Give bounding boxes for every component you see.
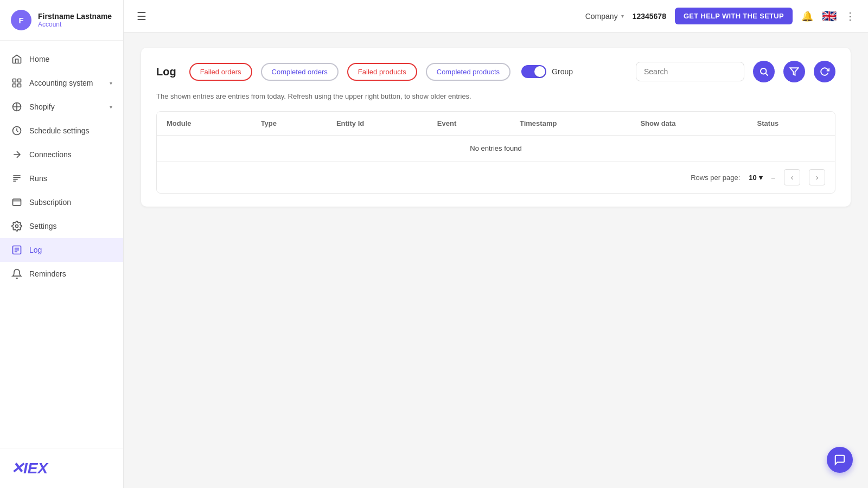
svg-rect-10: [13, 199, 21, 206]
table-body: No entries found: [157, 136, 835, 162]
search-button[interactable]: [753, 61, 775, 82]
hamburger-icon[interactable]: ☰: [137, 10, 146, 23]
info-message: The shown entries are entries from today…: [156, 92, 835, 100]
rows-chevron-icon: ▾: [759, 174, 763, 182]
main-content: ☰ Company ▾ 12345678 GET HELP WITH THE S…: [124, 0, 868, 488]
chevron-down-icon: ▾: [110, 80, 112, 86]
home-icon: [11, 53, 23, 65]
group-toggle-track[interactable]: [521, 65, 546, 78]
log-header: Log Failed orders Completed orders Faile…: [156, 61, 835, 82]
log-card: Log Failed orders Completed orders Faile…: [141, 48, 851, 207]
company-selector[interactable]: Company ▾: [585, 12, 624, 21]
prev-page-button[interactable]: ‹: [784, 169, 800, 185]
failed-orders-filter-button[interactable]: Failed orders: [189, 63, 252, 81]
no-entries-text: No entries found: [157, 136, 835, 162]
sidebar-item-reminders[interactable]: Reminders: [0, 262, 123, 286]
sidebar-item-shopify-label: Shopify: [29, 102, 103, 111]
chat-support-button[interactable]: [827, 447, 853, 473]
svg-rect-0: [13, 79, 16, 82]
sidebar: F Firstname Lastname Account Home Accoun…: [0, 0, 124, 488]
sidebar-item-accounting-label: Accounting system: [29, 79, 103, 87]
log-table: Module Type Entity Id Event Timestamp Sh…: [157, 112, 835, 161]
connections-icon: [11, 149, 23, 160]
content-area: Log Failed orders Completed orders Faile…: [124, 33, 868, 488]
sidebar-item-subscription[interactable]: Subscription: [0, 190, 123, 214]
completed-products-filter-button[interactable]: Completed products: [426, 63, 510, 81]
sidebar-item-shopify[interactable]: Shopify ▾: [0, 95, 123, 119]
sidebar-item-log[interactable]: Log: [0, 238, 123, 262]
svg-point-11: [16, 225, 18, 228]
user-name: Firstname Lastname: [38, 12, 112, 21]
sidebar-header: F Firstname Lastname Account: [0, 0, 123, 41]
next-page-button[interactable]: ›: [809, 169, 825, 185]
company-label: Company: [585, 12, 618, 21]
sidebar-item-settings[interactable]: Settings: [0, 214, 123, 238]
rows-value: 10: [749, 174, 756, 182]
col-timestamp: Timestamp: [510, 112, 630, 136]
log-icon: [11, 244, 23, 256]
col-type: Type: [251, 112, 327, 136]
sidebar-item-log-label: Log: [29, 246, 112, 254]
rows-per-page-select[interactable]: 10 ▾: [749, 174, 762, 182]
company-id: 12345678: [633, 12, 666, 21]
get-help-button[interactable]: GET HELP WITH THE SETUP: [675, 8, 793, 24]
col-status: Status: [748, 112, 835, 136]
settings-icon: [11, 220, 23, 232]
no-entries-row: No entries found: [157, 136, 835, 162]
shopify-icon: [11, 101, 23, 113]
account-link[interactable]: Account: [38, 21, 112, 28]
col-entity-id: Entity Id: [327, 112, 427, 136]
pagination: Rows per page: 10 ▾ – ‹ ›: [157, 161, 835, 193]
subscription-icon: [11, 196, 23, 208]
svg-marker-18: [790, 68, 799, 75]
completed-orders-filter-button[interactable]: Completed orders: [261, 63, 339, 81]
svg-line-17: [765, 73, 768, 75]
sidebar-item-connections-label: Connections: [29, 150, 112, 159]
sidebar-item-schedule-label: Schedule settings: [29, 126, 112, 135]
refresh-button[interactable]: [814, 61, 835, 82]
group-toggle-thumb: [534, 66, 545, 77]
notification-bell-icon[interactable]: 🔔: [801, 10, 813, 22]
sidebar-item-schedule-settings[interactable]: Schedule settings: [0, 119, 123, 143]
sidebar-item-reminders-label: Reminders: [29, 269, 112, 278]
schedule-icon: [11, 125, 23, 137]
company-chevron-icon: ▾: [621, 13, 624, 19]
col-module: Module: [157, 112, 251, 136]
sidebar-item-settings-label: Settings: [29, 222, 112, 230]
more-options-icon[interactable]: ⋮: [845, 10, 855, 22]
col-event: Event: [427, 112, 510, 136]
page-range: –: [771, 174, 775, 182]
svg-rect-3: [18, 84, 21, 87]
group-toggle[interactable]: Group: [521, 65, 573, 78]
sidebar-nav: Home Accounting system ▾ Shopify ▾ Sched…: [0, 41, 123, 448]
table-header: Module Type Entity Id Event Timestamp Sh…: [157, 112, 835, 136]
avatar: F: [11, 10, 31, 30]
log-title: Log: [156, 66, 176, 78]
svg-rect-1: [18, 79, 21, 82]
sidebar-item-home-label: Home: [29, 55, 112, 63]
svg-point-16: [761, 68, 767, 74]
sidebar-item-runs-label: Runs: [29, 174, 112, 183]
topbar: ☰ Company ▾ 12345678 GET HELP WITH THE S…: [124, 0, 868, 33]
sidebar-item-connections[interactable]: Connections: [0, 143, 123, 166]
chevron-down-icon: ▾: [110, 104, 112, 110]
log-table-wrapper: Module Type Entity Id Event Timestamp Sh…: [156, 111, 835, 194]
col-show-data: Show data: [630, 112, 747, 136]
sidebar-item-home[interactable]: Home: [0, 47, 123, 71]
group-label: Group: [552, 67, 573, 76]
failed-products-filter-button[interactable]: Failed products: [347, 63, 417, 81]
svg-rect-2: [13, 84, 16, 87]
sidebar-item-accounting-system[interactable]: Accounting system ▾: [0, 71, 123, 95]
rows-per-page-label: Rows per page:: [691, 174, 740, 182]
filter-button[interactable]: [783, 61, 805, 82]
sidebar-item-runs[interactable]: Runs: [0, 166, 123, 190]
reminders-icon: [11, 268, 23, 280]
language-flag-icon[interactable]: 🇬🇧: [822, 9, 837, 23]
app-logo: ✕IEX: [0, 448, 123, 488]
sidebar-item-subscription-label: Subscription: [29, 198, 112, 207]
runs-icon: [11, 172, 23, 184]
accounting-icon: [11, 77, 23, 89]
search-input[interactable]: [636, 62, 744, 81]
